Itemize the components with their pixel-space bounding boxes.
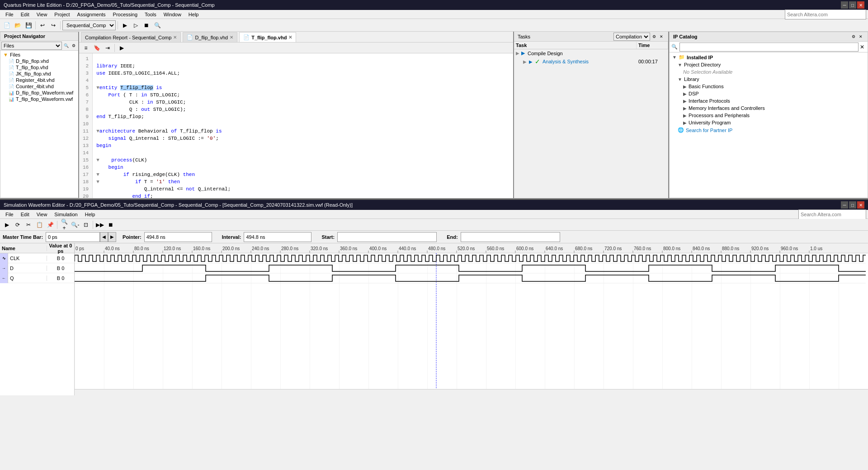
ip-memory-interfaces[interactable]: ▶ Memory Interfaces and Controllers [670,104,867,112]
ip-processors[interactable]: ▶ Processors and Peripherals [670,112,867,119]
task-row-analysis-synthesis[interactable]: ▶ ▶ ✓ Analysis & Synthesis 00:00:17 [514,57,668,66]
sim-menu-view[interactable]: View [33,211,51,218]
file-d-waveform[interactable]: 📊 D_flip_flop_Waveform.vwf [1,90,77,96]
end-input[interactable] [461,232,560,242]
ip-project-directory[interactable]: ▼ Project Directory [670,61,867,68]
file-jk-flip-flop[interactable]: 📄 JK_flip_flop.vhd [1,71,77,77]
tab-compilation-report[interactable]: Compilation Report - Sequential_Comp ✕ [81,32,181,42]
sim-tool-2[interactable]: ⟳ [13,220,23,230]
ip-search-input[interactable] [679,43,859,52]
file-t-flip-flop[interactable]: 📄 T_flip_flop.vhd [1,64,77,71]
tasks-dropdown[interactable]: Compilation [613,33,650,41]
menu-project[interactable]: Project [51,11,73,18]
sim-tool-1[interactable]: ▶ [2,220,12,230]
ip-catalog-close-button[interactable]: ✕ [858,33,864,40]
ip-catalog-options-button[interactable]: ⚙ [850,33,857,40]
files-tab-select[interactable]: Files [1,42,62,50]
format-button[interactable]: ≡ [81,43,91,53]
time-next-button[interactable]: ▶ [108,232,116,242]
pointer-input[interactable] [144,232,212,242]
sim-minimize-button[interactable]: ─ [841,201,848,209]
menu-view[interactable]: View [33,11,51,18]
ip-search-partner[interactable]: 🌐 Search for Partner IP [670,126,867,134]
interval-input[interactable] [244,232,311,242]
time-prev-button[interactable]: ◀ [100,232,108,242]
folder-files[interactable]: ▼ Files [1,52,77,58]
sim-tool-3[interactable]: ✂ [24,220,33,230]
menu-window[interactable]: Window [160,11,185,18]
menu-help[interactable]: Help [185,11,203,18]
analyze-button[interactable]: 🔍 [152,20,162,30]
signal-icon-clk: ∿ [0,253,8,263]
sim-zoom-in[interactable]: 🔍+ [59,220,69,230]
tab-d-flip-flop[interactable]: 📄 D_flip_flop.vhd ✕ [183,32,237,42]
tab-close-t[interactable]: ✕ [288,35,292,40]
indent-button[interactable]: ⇥ [103,43,113,53]
sim-menu-file[interactable]: File [2,211,17,218]
minimize-button[interactable]: ─ [841,1,848,9]
waveform-display[interactable]: 0 ps 40.0 ns 80.0 ns 120.0 ns 160.0 ns 2… [75,243,868,395]
redo-button[interactable]: ↪ [48,20,58,30]
save-button[interactable]: 💾 [24,20,33,30]
tasks-options-button[interactable]: ⚙ [651,33,657,40]
ip-interface-protocols[interactable]: ▶ Interface Protocols [670,97,867,104]
undo-button[interactable]: ↩ [38,20,47,30]
tab-close-d[interactable]: ✕ [230,35,233,40]
file-d-flip-flop[interactable]: 📄 D_flip_flop.vhd [1,58,77,64]
new-file-button[interactable]: 📄 [2,20,12,30]
ip-dsp[interactable]: ▶ DSP [670,90,867,97]
ip-library[interactable]: ▼ Library [670,76,867,83]
sim-menu-simulation[interactable]: Simulation [51,211,81,218]
signal-row-d[interactable]: → D B 0 [0,263,74,273]
horizontal-scrollbar[interactable] [75,389,868,395]
menu-assignments[interactable]: Assignments [74,11,109,18]
compile-button[interactable]: ▶ [120,20,130,30]
signal-row-clk[interactable]: ∿ CLK B 0 [0,253,74,263]
nav-options-button[interactable]: ⚙ [70,42,77,49]
tab-t-flip-flop[interactable]: 📄 T_flip_flop.vhd ✕ [239,32,296,42]
code-content[interactable]: library IEEE; use IEEE.STD_LOGIC_1164.AL… [93,53,513,198]
sim-fit[interactable]: ⊡ [81,220,91,230]
tab-close-compilation[interactable]: ✕ [173,35,177,40]
main-search-input[interactable] [785,9,866,19]
ip-installed-ip[interactable]: ▼ 📁 Installed IP [670,53,867,61]
sim-tool-4[interactable]: 📋 [34,220,44,230]
task-row-compile-design[interactable]: ▶ ▶ Compile Design [514,49,668,57]
sim-stop-button[interactable]: ⏹ [106,220,116,230]
sim-zoom-out[interactable]: 🔍- [70,220,80,230]
svg-text:200.0 ns: 200.0 ns [222,246,240,251]
run-button[interactable]: ▶ [117,43,127,53]
sim-tool-5[interactable]: 📌 [45,220,55,230]
maximize-button[interactable]: □ [849,1,856,9]
start-button[interactable]: ▷ [131,20,141,30]
open-file-button[interactable]: 📂 [13,20,23,30]
code-editor[interactable]: 1 2 3 4 5 6 7 8 9 10 11 12 13 14 15 16 1… [79,53,513,198]
file-t-waveform[interactable]: 📊 T_flip_flop_Waveform.vwf [1,96,77,102]
master-time-input[interactable] [46,232,100,242]
sim-menu-edit[interactable]: Edit [17,211,33,218]
project-select[interactable]: Sequential_Comp [62,20,116,30]
sim-menu-help[interactable]: Help [81,211,99,218]
start-input[interactable] [337,232,437,242]
sim-maximize-button[interactable]: □ [849,201,856,209]
sim-run-button[interactable]: ▶▶ [95,220,105,230]
menu-tools[interactable]: Tools [141,11,160,18]
sim-close-button[interactable]: ✕ [857,201,864,209]
menu-edit[interactable]: Edit [17,11,33,18]
file-counter-4bit[interactable]: 📄 Counter_4bit.vhd [1,83,77,90]
stop-button[interactable]: ⏹ [142,20,151,30]
menu-file[interactable]: File [2,11,17,18]
sim-title-bar: Simulation Waveform Editor - D:/20_FPGA_… [0,200,868,210]
bookmark-button[interactable]: 🔖 [92,43,102,53]
ip-basic-functions[interactable]: ▶ Basic Functions [670,83,867,90]
analysis-synthesis-link[interactable]: Analysis & Synthesis [542,59,589,64]
file-register-4bit[interactable]: 📄 Register_4bit.vhd [1,77,77,83]
sim-search-input[interactable] [798,209,866,219]
close-button[interactable]: ✕ [857,1,864,9]
ip-university[interactable]: ▶ University Program [670,119,867,126]
signal-row-q[interactable]: ← Q B 0 [0,273,74,283]
tasks-close-button[interactable]: ✕ [658,33,665,40]
nav-search-button[interactable]: 🔍 [62,42,70,49]
menu-processing[interactable]: Processing [109,11,141,18]
ip-search-clear-button[interactable]: ✕ [859,43,866,51]
